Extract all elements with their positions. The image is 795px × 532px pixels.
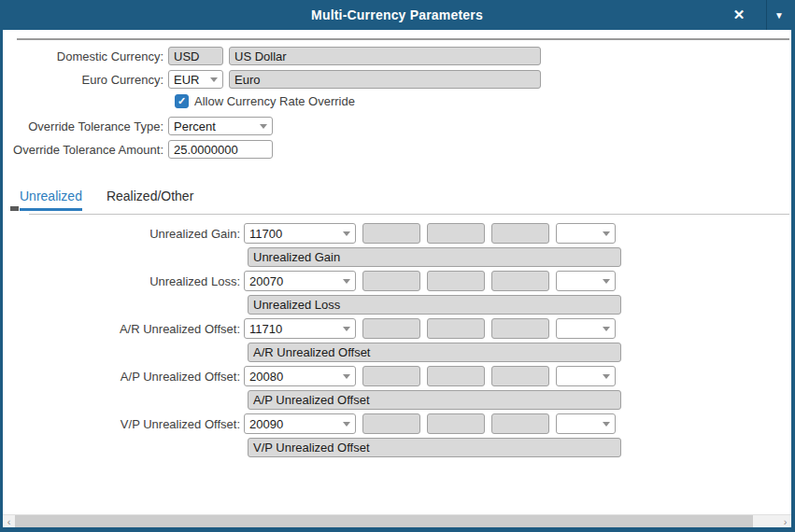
ap-unrealized-offset-label: A/P Unrealized Offset:: [3, 370, 244, 384]
domestic-currency-row: Domestic Currency: USD US Dollar: [3, 47, 791, 65]
tolerance-type-label: Override Tolerance Type:: [3, 119, 168, 133]
account-segment-field: [362, 413, 420, 434]
ap-unrealized-offset-account-combo[interactable]: 20080: [244, 366, 356, 386]
account-segment-field: [491, 413, 549, 434]
vp-unrealized-offset-label: V/P Unrealized Offset:: [3, 417, 244, 431]
dropdown-arrow-icon: [603, 327, 610, 331]
close-icon: ✕: [733, 7, 745, 23]
dropdown-arrow-icon: [603, 374, 610, 379]
ap-unrealized-offset-group: A/P Unrealized Offset: 20080 A/P Unreali…: [3, 366, 791, 410]
domestic-currency-description-field: US Dollar: [229, 47, 541, 65]
account-segment-field: [362, 318, 420, 339]
dropdown-arrow-icon: [343, 374, 350, 379]
euro-currency-description-value: Euro: [234, 73, 260, 87]
domestic-currency-code-value: USD: [174, 49, 199, 63]
dropdown-arrow-icon: [603, 231, 610, 236]
account-subsegment-combo[interactable]: [556, 223, 616, 244]
unrealized-gain-description-value: Unrealized Gain: [253, 250, 340, 264]
ap-unrealized-offset-description-value: A/P Unrealized Offset: [253, 393, 370, 407]
unrealized-loss-label: Unrealized Loss:: [3, 274, 244, 288]
dialog-title: Multi-Currency Parameters: [3, 7, 791, 22]
tab-unrealized[interactable]: Unrealized: [20, 189, 82, 211]
unrealized-loss-account-value: 20070: [249, 274, 283, 288]
account-subsegment-combo[interactable]: [556, 271, 616, 291]
unrealized-loss-description-value: Unrealized Loss: [253, 298, 340, 312]
horizontal-scrollbar: ‹ ›: [3, 514, 791, 527]
account-segment-field: [362, 271, 420, 291]
account-segment-field: [362, 366, 420, 386]
ar-unrealized-offset-description-value: A/R Unrealized Offset: [253, 345, 370, 359]
chevron-left-icon: ‹: [7, 516, 11, 527]
domestic-currency-description-value: US Dollar: [234, 49, 287, 63]
tolerance-amount-input[interactable]: 25.0000000: [168, 140, 273, 159]
account-segment-field: [362, 223, 420, 244]
scroll-left-button[interactable]: ‹: [3, 515, 15, 527]
account-subsegment-combo[interactable]: [556, 413, 616, 434]
scroll-right-button[interactable]: ›: [779, 515, 791, 527]
tab-strip-handle: [10, 206, 19, 211]
account-segment-field: [427, 413, 485, 434]
ar-unrealized-offset-description-field: A/R Unrealized Offset: [248, 343, 621, 362]
chevron-down-icon: ▼: [774, 10, 784, 21]
account-segment-field: [427, 223, 485, 244]
ap-unrealized-offset-description-field: A/P Unrealized Offset: [248, 390, 621, 410]
unrealized-gain-description-field: Unrealized Gain: [248, 247, 621, 267]
chevron-right-icon: ›: [784, 516, 788, 527]
unrealized-gain-account-combo[interactable]: 11700: [244, 223, 356, 244]
dropdown-arrow-icon: [343, 422, 350, 427]
unrealized-loss-group: Unrealized Loss: 20070 Unrealized Loss: [3, 271, 791, 315]
currency-form: Domestic Currency: USD US Dollar Euro Cu…: [3, 47, 791, 159]
account-segment-field: [427, 271, 485, 291]
account-segment-field: [491, 271, 549, 291]
ar-unrealized-offset-account-value: 11710: [249, 322, 282, 336]
ar-unrealized-offset-group: A/R Unrealized Offset: 11710 A/R Unreali…: [3, 318, 791, 362]
check-icon: ✓: [177, 96, 186, 106]
euro-currency-description-field: Euro: [229, 70, 541, 89]
tolerance-amount-value: 25.0000000: [174, 143, 238, 157]
dropdown-arrow-icon: [343, 279, 350, 284]
dropdown-arrow-icon: [343, 231, 350, 236]
euro-currency-combo[interactable]: EUR: [168, 70, 223, 89]
euro-currency-code-value: EUR: [174, 73, 199, 87]
ar-unrealized-offset-label: A/R Unrealized Offset:: [3, 322, 244, 336]
unrealized-loss-description-field: Unrealized Loss: [248, 295, 621, 315]
allow-override-row: ✓ Allow Currency Rate Override: [175, 94, 791, 108]
vp-unrealized-offset-account-value: 20090: [249, 417, 283, 431]
vp-unrealized-offset-description-field: V/P Unrealized Offset: [248, 438, 621, 457]
allow-override-label: Allow Currency Rate Override: [194, 94, 355, 108]
tab-divider: [29, 214, 789, 215]
dropdown-arrow-icon: [603, 279, 610, 284]
tab-realized-other[interactable]: Realized/Other: [106, 189, 193, 211]
account-subsegment-combo[interactable]: [556, 318, 616, 339]
euro-currency-row: Euro Currency: EUR Euro: [3, 70, 791, 89]
scrollbar-thumb[interactable]: [15, 515, 753, 527]
allow-currency-rate-override-checkbox[interactable]: ✓: [175, 94, 189, 108]
unrealized-gain-label: Unrealized Gain:: [3, 227, 244, 241]
unrealized-gain-account-value: 11700: [249, 227, 282, 241]
ap-unrealized-offset-account-value: 20080: [249, 370, 283, 384]
window-menu-button[interactable]: ▼: [766, 0, 791, 30]
dropdown-arrow-icon: [210, 77, 218, 82]
unrealized-accounts-panel: Unrealized Gain: 11700 Unrealized Gain: [3, 223, 791, 457]
account-subsegment-combo[interactable]: [556, 366, 616, 386]
account-segment-field: [427, 318, 485, 339]
tolerance-amount-label: Override Tolerance Amount:: [3, 143, 168, 157]
close-button[interactable]: ✕: [712, 0, 766, 30]
titlebar: Multi-Currency Parameters ✕ ▼: [3, 0, 791, 30]
account-segment-field: [491, 223, 549, 244]
scrollbar-track[interactable]: [753, 515, 779, 527]
unrealized-gain-group: Unrealized Gain: 11700 Unrealized Gain: [3, 223, 791, 267]
tolerance-type-combo[interactable]: Percent: [168, 117, 273, 135]
unrealized-loss-account-combo[interactable]: 20070: [244, 271, 356, 291]
ar-unrealized-offset-account-combo[interactable]: 11710: [244, 318, 356, 339]
account-segment-field: [491, 318, 549, 339]
title-divider: [17, 38, 789, 40]
account-segment-field: [427, 366, 485, 386]
dropdown-arrow-icon: [343, 327, 350, 331]
vp-unrealized-offset-group: V/P Unrealized Offset: 20090 V/P Unreali…: [3, 413, 791, 457]
domestic-currency-code-field: USD: [168, 47, 223, 65]
vp-unrealized-offset-account-combo[interactable]: 20090: [244, 413, 356, 434]
titlebar-controls: ✕ ▼: [712, 0, 791, 30]
tab-strip: Unrealized Realized/Other: [3, 189, 791, 215]
tolerance-type-row: Override Tolerance Type: Percent: [3, 117, 791, 135]
